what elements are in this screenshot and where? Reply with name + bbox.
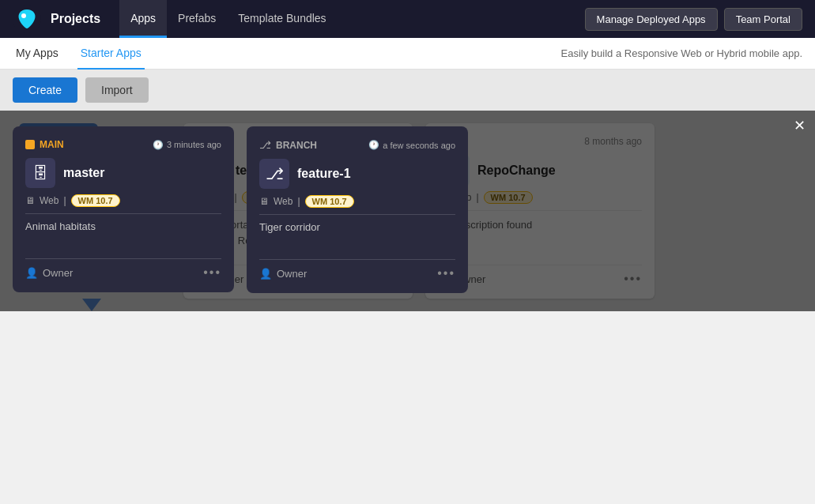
monitor-icon-b1: 🖥 (25, 195, 35, 206)
branch-card-feature1[interactable]: ⎇ BRANCH 🕐 a few seconds ago ⎇ feature-1… (247, 126, 468, 293)
tab-template-bundles[interactable]: Template Bundles (227, 0, 337, 38)
header-actions: Manage Deployed Apps Team Portal (585, 8, 802, 31)
branch-footer-1: 👤 Owner ••• (25, 258, 221, 280)
cards-area: 🗄 WildlifeSanctuary 🖥 Web Animal habitat… (0, 111, 815, 311)
branch-divider-1 (25, 213, 221, 214)
monitor-icon-b2: 🖥 (259, 196, 269, 207)
branch-footer-2: 👤 Owner ••• (259, 259, 455, 280)
tab-prefabs[interactable]: Prefabs (167, 0, 227, 38)
branch-owner-1: 👤 Owner (25, 267, 73, 279)
sub-nav-hint: Easily build a Responsive Web or Hybrid … (561, 47, 802, 59)
branch-name-1: master (63, 166, 104, 180)
branch-icon-2: ⎇ (259, 159, 289, 189)
branch-description-1: Animal habitats (25, 220, 221, 249)
svg-point-1 (21, 13, 26, 18)
branch-meta-2: 🖥 Web | WM 10.7 (259, 195, 455, 208)
toolbar: Create Import (0, 70, 815, 111)
create-button[interactable]: Create (13, 77, 77, 103)
branch-type-2: BRANCH (276, 140, 317, 151)
person-icon-b2: 👤 (259, 268, 272, 280)
git-branch-icon-b2: ⎇ (259, 139, 271, 151)
branch-name-2: feature-1 (297, 167, 351, 181)
team-portal-button[interactable]: Team Portal (724, 8, 802, 31)
branch-meta-1: 🖥 Web | WM 10.7 (25, 194, 221, 207)
wm-badge-b1: WM 10.7 (71, 194, 120, 207)
branch-icon-1: 🗄 (25, 158, 55, 188)
branch-more-2[interactable]: ••• (437, 266, 455, 280)
import-button[interactable]: Import (85, 77, 149, 103)
logo (13, 5, 41, 33)
sub-nav-my-apps[interactable]: My Apps (13, 38, 62, 70)
header-title: Projects (51, 12, 100, 26)
header: Projects Apps Prefabs Template Bundles M… (0, 0, 815, 38)
main-box-icon (25, 140, 35, 149)
branch-title-row-2: ⎇ feature-1 (259, 159, 455, 189)
branch-owner-2: 👤 Owner (259, 268, 307, 280)
branch-type-1: MAIN (40, 139, 64, 150)
branch-time-1: 3 minutes ago (167, 140, 221, 149)
branch-type-row-2: ⎇ BRANCH 🕐 a few seconds ago (259, 139, 455, 151)
sub-nav: My Apps Starter Apps Easily build a Resp… (0, 38, 815, 70)
branch-description-2: Tiger corridor (259, 221, 455, 250)
manage-deployed-apps-button[interactable]: Manage Deployed Apps (585, 8, 718, 31)
branch-card-master[interactable]: MAIN 🕐 3 minutes ago 🗄 master 🖥 Web | WM… (13, 126, 234, 292)
branch-title-row-1: 🗄 master (25, 158, 221, 188)
branch-time-2: a few seconds ago (383, 141, 455, 150)
nav-tabs: Apps Prefabs Template Bundles (119, 0, 337, 38)
branch-type-row-1: MAIN 🕐 3 minutes ago (25, 139, 221, 150)
person-icon-b1: 👤 (25, 267, 38, 279)
wm-badge-b2: WM 10.7 (305, 195, 354, 208)
close-overlay-button[interactable]: ✕ (794, 117, 806, 134)
overlay: ✕ MAIN 🕐 3 minutes ago 🗄 master 🖥 Web | … (0, 111, 815, 311)
tab-apps[interactable]: Apps (119, 0, 167, 38)
clock-icon-b1: 🕐 (153, 140, 164, 150)
clock-icon-b2: 🕐 (368, 140, 379, 150)
branch-divider-2 (259, 214, 455, 215)
sub-nav-starter-apps[interactable]: Starter Apps (77, 38, 145, 70)
branch-more-1[interactable]: ••• (203, 265, 221, 280)
